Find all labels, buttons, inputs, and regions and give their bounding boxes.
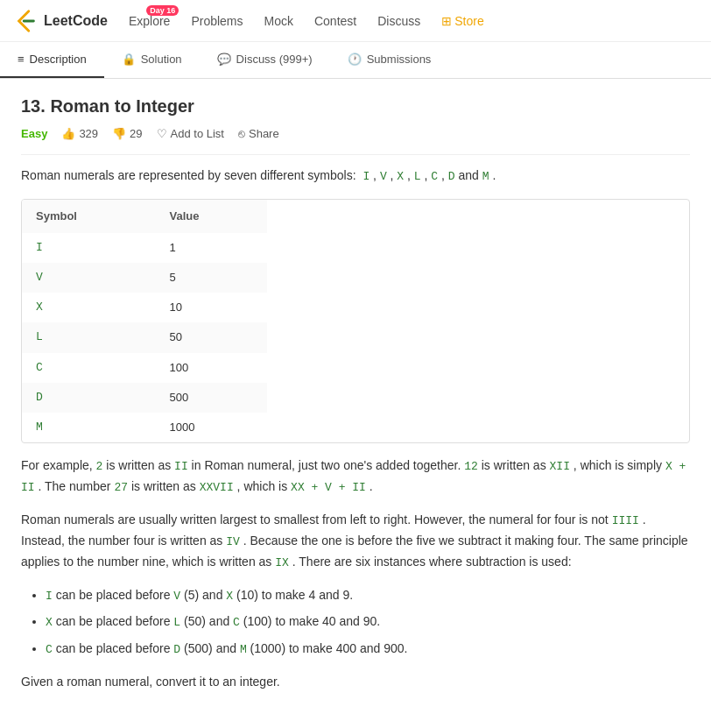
problem-title: 13. Roman to Integer	[21, 96, 690, 117]
table-row: V 5	[22, 263, 267, 293]
code-C-bullet: C	[233, 616, 240, 629]
list-item-X: X can be placed before L (50) and C (100…	[46, 611, 690, 633]
difficulty-badge: Easy	[21, 127, 47, 140]
table-row: D 500	[22, 383, 267, 413]
and-text: and	[459, 168, 482, 182]
code-M-bullet: M	[240, 643, 247, 656]
nav-explore-label: Explore	[129, 14, 170, 28]
list-item-C: C can be placed before D (500) and M (10…	[46, 639, 690, 660]
symbol-cell: X	[22, 293, 156, 322]
symbol-C: C	[431, 170, 438, 183]
table-row: C 100	[22, 353, 267, 383]
tab-discuss[interactable]: 💬 Discuss (999+)	[200, 42, 330, 78]
symbol-M: M	[482, 170, 489, 183]
code-V-bullet: V	[173, 590, 180, 603]
symbol-cell: V	[22, 263, 156, 293]
submissions-tab-icon: 🕐	[348, 53, 362, 66]
value-cell: 1000	[156, 413, 267, 442]
table-row: M 1000	[22, 413, 267, 442]
tab-submissions[interactable]: 🕐 Submissions	[330, 42, 449, 78]
main-content: 13. Roman to Integer Easy 👍 329 👎 29 ♡ A…	[0, 79, 711, 722]
share-label: Share	[249, 127, 279, 140]
upvote-icon: 👍	[61, 127, 75, 140]
add-to-list-label: Add to List	[171, 127, 224, 140]
nav-store[interactable]: ⊞Store	[441, 14, 483, 28]
symbol-cell: I	[22, 233, 156, 263]
day-badge: Day 16	[146, 5, 179, 16]
subtraction-paragraph: Roman numerals are usually written large…	[21, 510, 690, 573]
code-I-bullet: I	[46, 590, 53, 603]
table-row: L 50	[22, 322, 267, 352]
nav-explore[interactable]: Explore Day 16	[129, 14, 170, 28]
upvote-count: 329	[79, 127, 98, 140]
tab-solution-label: Solution	[141, 53, 182, 66]
code-X-bullet2: X	[46, 616, 53, 629]
and-text-2: and	[209, 614, 229, 628]
tab-solution[interactable]: 🔒 Solution	[104, 42, 200, 78]
upvote-button[interactable]: 👍 329	[61, 127, 98, 140]
add-to-list-icon: ♡	[157, 127, 167, 140]
code-XXVII: XXVII	[200, 481, 234, 494]
nav-mock[interactable]: Mock	[264, 14, 293, 28]
list-item-I: I can be placed before V (5) and X (10) …	[46, 585, 690, 606]
divider	[21, 154, 690, 155]
symbol-cell: M	[22, 413, 156, 442]
symbol-table: Symbol Value I 1 V 5 X 10 L 50 C 100 D 5…	[22, 200, 267, 442]
logo-text: LeetCode	[44, 13, 108, 29]
logo[interactable]: LeetCode	[14, 9, 108, 33]
table-row: X 10	[22, 293, 267, 322]
downvote-button[interactable]: 👎 29	[112, 127, 142, 140]
final-paragraph: Given a roman numeral, convert it to an …	[21, 672, 690, 693]
downvote-count: 29	[130, 127, 142, 140]
symbol-cell: D	[22, 383, 156, 413]
add-to-list-button[interactable]: ♡ Add to List	[157, 127, 224, 140]
code-II: II	[174, 460, 188, 473]
symbol-cell: L	[22, 322, 156, 352]
nav-contest[interactable]: Contest	[314, 14, 356, 28]
tabs-bar: ≡ Description 🔒 Solution 💬 Discuss (999+…	[0, 42, 711, 79]
nav-problems[interactable]: Problems	[191, 14, 243, 28]
problem-title-text: Roman to Integer	[50, 96, 194, 116]
description-tab-icon: ≡	[18, 53, 25, 66]
code-X-bullet: X	[226, 590, 233, 603]
nav-discuss[interactable]: Discuss	[377, 14, 420, 28]
symbol-I: I	[363, 170, 370, 183]
tab-description[interactable]: ≡ Description	[0, 42, 104, 78]
code-C-bullet2: C	[46, 643, 53, 656]
code-2: 2	[96, 460, 103, 473]
code-IV: IV	[226, 535, 240, 548]
share-button[interactable]: ⎋ Share	[238, 127, 279, 140]
problem-number: 13	[21, 96, 40, 116]
symbol-table-wrapper: Symbol Value I 1 V 5 X 10 L 50 C 100 D 5…	[21, 199, 690, 443]
meta-row: Easy 👍 329 👎 29 ♡ Add to List ⎋ Share	[21, 127, 690, 140]
downvote-icon: 👎	[112, 127, 126, 140]
problem-description: Roman numerals are represented by seven …	[21, 166, 690, 692]
code-IIII: IIII	[612, 514, 639, 527]
header: LeetCode Explore Day 16 Problems Mock Co…	[0, 0, 711, 42]
code-12: 12	[464, 460, 478, 473]
code-XX-V-II: XX + V + II	[291, 481, 366, 494]
intro-paragraph: Roman numerals are represented by seven …	[21, 166, 690, 187]
symbol-X: X	[397, 170, 404, 183]
table-row: I 1	[22, 233, 267, 263]
share-icon: ⎋	[238, 127, 245, 140]
symbol-L: L	[414, 170, 421, 183]
tab-submissions-label: Submissions	[367, 53, 432, 66]
code-L-bullet: L	[173, 616, 180, 629]
value-cell: 1	[156, 233, 267, 263]
tab-description-label: Description	[30, 53, 87, 66]
leetcode-logo-icon	[14, 9, 39, 33]
example-paragraph: For example, 2 is written as II in Roman…	[21, 456, 690, 498]
value-cell: 500	[156, 383, 267, 413]
value-cell: 5	[156, 263, 267, 293]
col-symbol-header: Symbol	[22, 200, 156, 233]
value-cell: 100	[156, 353, 267, 383]
code-XII: XII	[550, 460, 570, 473]
tab-discuss-label: Discuss (999+)	[236, 53, 313, 66]
code-D-bullet: D	[173, 643, 180, 656]
discuss-tab-icon: 💬	[217, 53, 231, 66]
code-IX: IX	[275, 556, 289, 569]
subtraction-list: I can be placed before V (5) and X (10) …	[46, 585, 690, 659]
solution-tab-icon: 🔒	[122, 53, 136, 66]
symbol-cell: C	[22, 353, 156, 383]
